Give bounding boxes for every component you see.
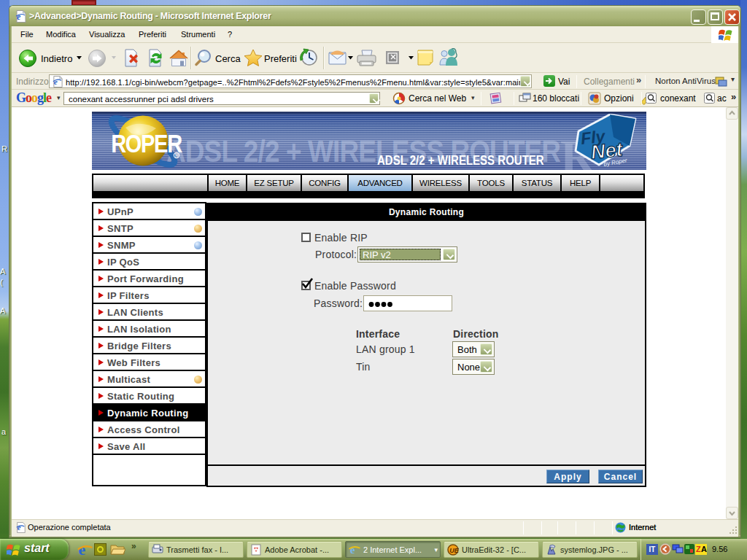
svg-text:e: e <box>54 77 58 86</box>
svg-text:e: e <box>18 524 21 532</box>
svg-text:ROPER: ROPER <box>111 129 182 158</box>
svg-text:e: e <box>17 12 21 22</box>
svg-text:e: e <box>350 544 355 556</box>
svg-text:R: R <box>175 153 179 158</box>
svg-text:UE: UE <box>449 547 459 554</box>
